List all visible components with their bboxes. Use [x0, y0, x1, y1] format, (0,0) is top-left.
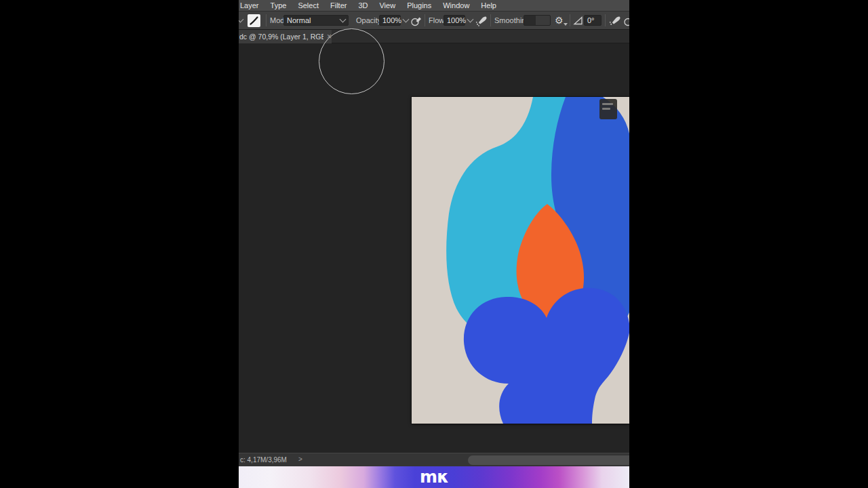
- airbrush-button[interactable]: [475, 12, 488, 29]
- angle-icon: [573, 16, 583, 26]
- menu-item-layer[interactable]: Layer: [240, 1, 259, 9]
- separator: [490, 14, 491, 26]
- chevron-down-icon: [564, 23, 568, 26]
- tab-bar: dc @ 70,9% (Layer 1, RGB/8#) * ×: [239, 30, 629, 43]
- separator: [266, 14, 267, 26]
- menu-item-select[interactable]: Select: [298, 1, 319, 9]
- menu-item-type[interactable]: Type: [271, 1, 287, 9]
- chevron-down-icon: [340, 16, 347, 23]
- menu-item-window[interactable]: Window: [443, 1, 469, 9]
- brush-preset-icon: [248, 14, 260, 27]
- smoothing-options-button[interactable]: ⚙: [555, 12, 564, 29]
- document-tab[interactable]: dc @ 70,9% (Layer 1, RGB/8#) * ×: [239, 30, 332, 43]
- photoshop-window: Layer Type Select Filter 3D View Plugins…: [239, 0, 629, 466]
- status-expand-chevron-icon[interactable]: >: [298, 455, 302, 463]
- separator: [570, 14, 570, 26]
- smoothing-field[interactable]: [524, 12, 551, 29]
- opacity-field[interactable]: 100%: [379, 12, 401, 29]
- canvas-area: [239, 43, 629, 453]
- watermark-icon: [599, 99, 617, 119]
- document-tab-title: dc @ 70,9% (Layer 1, RGB/8#) *: [239, 33, 323, 41]
- status-bar: c: 4,17M/3,96M >: [239, 453, 629, 466]
- menu-item-plugins[interactable]: Plugins: [407, 1, 431, 9]
- options-bar: Mode: Normal Opacity: 100% Flow:: [239, 12, 629, 30]
- tool-preset-chevron-icon[interactable]: [239, 12, 243, 29]
- pressure-size-button[interactable]: [623, 12, 629, 29]
- menu-item-filter[interactable]: Filter: [330, 1, 347, 9]
- gear-icon: ⚙: [555, 15, 564, 26]
- menu-bar: Layer Type Select Filter 3D View Plugins…: [239, 0, 629, 12]
- angle-field[interactable]: 0°: [584, 12, 601, 29]
- flow-field[interactable]: 100%: [443, 12, 465, 29]
- menu-item-view[interactable]: View: [379, 1, 395, 9]
- horizontal-scrollbar-thumb[interactable]: [468, 455, 629, 465]
- menu-item-3d[interactable]: 3D: [358, 1, 368, 9]
- blend-mode-dropdown[interactable]: Normal: [283, 12, 349, 29]
- document-size-info: c: 4,17M/3,96M: [240, 456, 287, 464]
- brand-banner: mκ: [239, 466, 629, 488]
- pressure-size-icon: [623, 15, 629, 26]
- blend-mode-value: Normal: [287, 16, 311, 24]
- menu-item-help[interactable]: Help: [481, 1, 496, 9]
- brush-cursor: [319, 28, 384, 94]
- brush-preset-picker[interactable]: [248, 12, 260, 29]
- document-canvas[interactable]: [412, 97, 629, 424]
- flow-dropdown-chevron-icon[interactable]: [468, 12, 473, 29]
- opacity-dropdown-chevron-icon[interactable]: [403, 12, 408, 29]
- separator: [425, 14, 425, 26]
- airbrush-icon: [475, 15, 488, 26]
- airbrush-icon: [609, 15, 622, 26]
- brush-angle-control[interactable]: [573, 12, 583, 29]
- separator: [605, 14, 606, 26]
- airbrush-button-2[interactable]: [609, 12, 622, 29]
- video-frame: Layer Type Select Filter 3D View Plugins…: [0, 0, 868, 488]
- pressure-opacity-icon: [410, 15, 422, 26]
- artwork: [412, 97, 629, 424]
- pressure-opacity-button[interactable]: [410, 12, 422, 29]
- brand-logo: mκ: [420, 467, 448, 487]
